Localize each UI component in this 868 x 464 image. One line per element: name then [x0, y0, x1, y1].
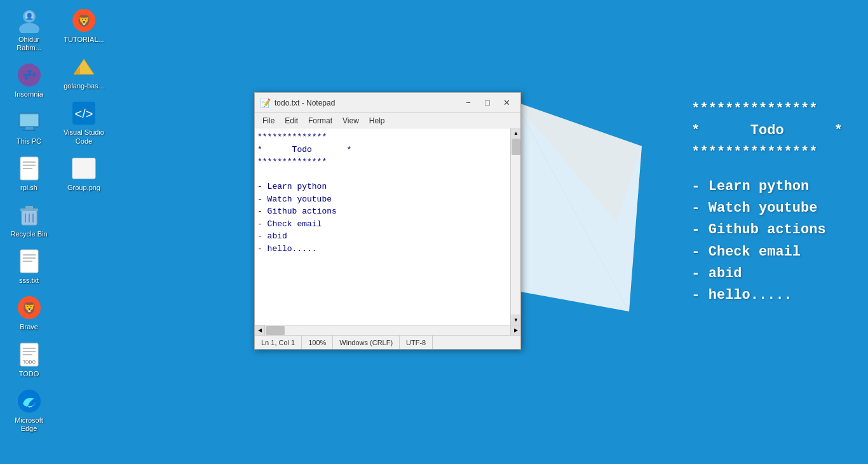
- scrollbar-up-arrow[interactable]: ▲: [511, 128, 520, 139]
- menu-file[interactable]: File: [257, 115, 280, 126]
- desktop-icon-golang-label: golang-bas...: [64, 82, 104, 90]
- notepad-title-icon: 📝: [260, 98, 271, 108]
- desktop-icon-group-png-label: Group.png: [67, 184, 100, 192]
- desktop-icon-group-png[interactable]: Group.png: [60, 153, 108, 194]
- hscroll-right[interactable]: ▶: [510, 325, 520, 336]
- statusbar-line-ending: Windows (CRLF): [333, 336, 400, 349]
- desktop-icon-ohidur-label: Ohidur Rahm...: [8, 36, 50, 52]
- desktop-icon-insomnia[interactable]: 💤 Insomnia: [5, 60, 53, 101]
- horizontal-scrollbar[interactable]: ◀ ▶: [255, 325, 520, 335]
- scrollbar-down-arrow[interactable]: ▼: [511, 315, 520, 325]
- svg-rect-7: [20, 114, 38, 126]
- scrollbar-thumb[interactable]: [512, 139, 520, 155]
- svg-rect-8: [25, 127, 33, 130]
- overlay-item-6: - hello.....: [691, 285, 843, 306]
- desktop-icon-tutorial[interactable]: 🦁 TUTORIAL...: [60, 5, 108, 46]
- desktop-icon-tutorial-label: TUTORIAL...: [64, 36, 104, 44]
- desktop-icon-insomnia-label: Insomnia: [15, 90, 43, 99]
- statusbar-position: Ln 1, Col 1: [255, 336, 302, 349]
- desktop-icon-recycle-bin[interactable]: Recycle Bin: [5, 200, 53, 241]
- maximize-button[interactable]: □: [478, 96, 496, 110]
- notepad-content-area[interactable]: ************** * Todo * ************** -…: [255, 128, 520, 325]
- desktop-icon-this-pc[interactable]: This PC: [5, 107, 53, 148]
- svg-rect-15: [20, 208, 38, 211]
- desktop-icon-vscode[interactable]: </> Visual Studio Code: [60, 98, 108, 147]
- svg-rect-9: [23, 130, 36, 131]
- svg-text:TODO: TODO: [22, 360, 36, 364]
- overlay-item-4: - Check email: [691, 242, 843, 263]
- notepad-window: 📝 todo.txt - Notepad − □ ✕ File Edit For…: [254, 92, 521, 350]
- desktop-icon-sss-txt-label: sss.txt: [19, 276, 39, 285]
- overlay-item-5: - abid: [691, 263, 843, 285]
- statusbar-zoom: 100%: [302, 336, 333, 349]
- vertical-scrollbar[interactable]: ▲ ▼: [510, 128, 520, 325]
- desktop-icon-rpi-sh-label: rpi.sh: [20, 184, 37, 192]
- overlay-line-3: ***************: [691, 142, 843, 163]
- svg-text:</>: </>: [75, 107, 93, 121]
- desktop-icon-golang[interactable]: golang-bas...: [60, 51, 108, 93]
- overlay-item-3: - Github actions: [691, 219, 843, 241]
- desktop-icon-this-pc-label: This PC: [17, 137, 41, 146]
- desktop-icon-edge[interactable]: Microsoft Edge: [5, 386, 53, 435]
- notepad-title: todo.txt - Notepad: [275, 99, 459, 107]
- overlay-item-2: - Watch youtube: [691, 198, 843, 219]
- menu-format[interactable]: Format: [303, 115, 337, 126]
- titlebar-buttons: − □ ✕: [459, 96, 515, 110]
- overlay-item-1: - Learn python: [691, 176, 843, 198]
- hscroll-left[interactable]: ◀: [255, 325, 265, 336]
- desktop-icon-brave[interactable]: 🦁 Brave: [5, 292, 53, 334]
- svg-text:🦁: 🦁: [77, 14, 92, 28]
- menu-help[interactable]: Help: [364, 115, 390, 126]
- svg-text:🦁: 🦁: [22, 301, 37, 315]
- menu-edit[interactable]: Edit: [280, 115, 303, 126]
- close-button[interactable]: ✕: [498, 96, 515, 110]
- notepad-statusbar: Ln 1, Col 1 100% Windows (CRLF) UTF-8: [255, 335, 520, 349]
- notepad-menubar: File Edit Format View Help: [255, 113, 520, 128]
- svg-text:👤: 👤: [25, 12, 34, 20]
- svg-point-1: [19, 23, 39, 33]
- desktop-icon-ohidur[interactable]: 👤 Ohidur Rahm...: [5, 5, 53, 55]
- statusbar-encoding: UTF-8: [400, 336, 433, 349]
- desktop-icon-brave-label: Brave: [20, 323, 38, 331]
- notepad-titlebar: 📝 todo.txt - Notepad − □ ✕: [255, 93, 520, 113]
- overlay-line-1: ***************: [691, 99, 843, 120]
- desktop-icon-edge-label: Microsoft Edge: [8, 416, 50, 433]
- svg-text:💤: 💤: [22, 68, 37, 82]
- hscroll-thumb[interactable]: [266, 326, 285, 335]
- desktop-icon-todo-label: TODO: [19, 370, 39, 378]
- menu-view[interactable]: View: [337, 115, 364, 126]
- notepad-content[interactable]: ************** * Todo * ************** -…: [255, 128, 520, 325]
- svg-rect-16: [25, 206, 33, 208]
- desktop-icon-sss-txt[interactable]: sss.txt: [5, 246, 53, 287]
- desktop-icon-recycle-bin-label: Recycle Bin: [10, 230, 47, 238]
- minimize-button[interactable]: −: [459, 96, 477, 110]
- svg-rect-39: [72, 158, 95, 179]
- overlay-line-2: * Todo *: [691, 120, 843, 142]
- desktop-icon-todo[interactable]: TODO TODO: [5, 339, 53, 381]
- large-text-overlay: *************** * Todo * ***************…: [691, 99, 843, 306]
- desktop-icons: 👤 Ohidur Rahm... 💤 Insomnia This PC: [5, 5, 110, 444]
- desktop-icon-vscode-label: Visual Studio Code: [63, 128, 105, 145]
- desktop-icon-rpi-sh[interactable]: rpi.sh: [5, 153, 53, 194]
